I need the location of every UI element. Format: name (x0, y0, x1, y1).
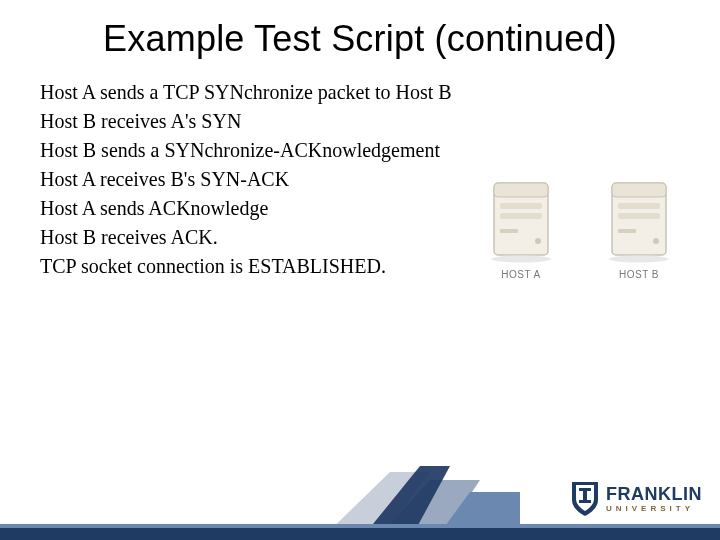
body-line: Host B receives A's SYN (40, 107, 480, 136)
server-tower-icon (486, 179, 556, 263)
svg-rect-20 (579, 500, 591, 503)
body-line: Host A sends ACKnowledge (40, 194, 480, 223)
footer-base-bar (0, 528, 720, 540)
svg-rect-4 (500, 229, 518, 233)
body-line: TCP socket connection is ESTABLISHED. (40, 252, 480, 281)
franklin-logo: FRANKLIN UNIVERSITY (570, 480, 702, 518)
host-a-label: HOST A (501, 269, 541, 280)
slide-footer: FRANKLIN UNIVERSITY (0, 460, 720, 540)
hosts-illustration: HOST A HOST B (475, 160, 685, 280)
svg-rect-19 (583, 488, 587, 502)
svg-rect-11 (618, 229, 636, 233)
svg-rect-3 (500, 213, 542, 219)
svg-rect-1 (494, 183, 548, 197)
host-a: HOST A (475, 179, 567, 280)
svg-point-6 (491, 256, 551, 263)
server-tower-icon (604, 179, 674, 263)
body-line: Host A receives B's SYN-ACK (40, 165, 480, 194)
svg-rect-2 (500, 203, 542, 209)
svg-rect-9 (618, 203, 660, 209)
svg-point-13 (609, 256, 669, 263)
svg-point-5 (535, 238, 541, 244)
body-text: Host A sends a TCP SYNchronize packet to… (40, 78, 480, 281)
logo-text: FRANKLIN UNIVERSITY (606, 485, 702, 513)
logo-name: FRANKLIN (606, 485, 702, 503)
body-line: Host B receives ACK. (40, 223, 480, 252)
franklin-crest-icon (570, 480, 600, 518)
body-line: Host A sends a TCP SYNchronize packet to… (40, 78, 480, 107)
logo-subname: UNIVERSITY (606, 505, 702, 513)
slide: Example Test Script (continued) Host A s… (0, 0, 720, 540)
slide-title: Example Test Script (continued) (0, 18, 720, 60)
svg-point-12 (653, 238, 659, 244)
host-b-label: HOST B (619, 269, 659, 280)
svg-rect-8 (612, 183, 666, 197)
host-b: HOST B (593, 179, 685, 280)
body-line: Host B sends a SYNchronize-ACKnowledgeme… (40, 136, 480, 165)
svg-rect-10 (618, 213, 660, 219)
